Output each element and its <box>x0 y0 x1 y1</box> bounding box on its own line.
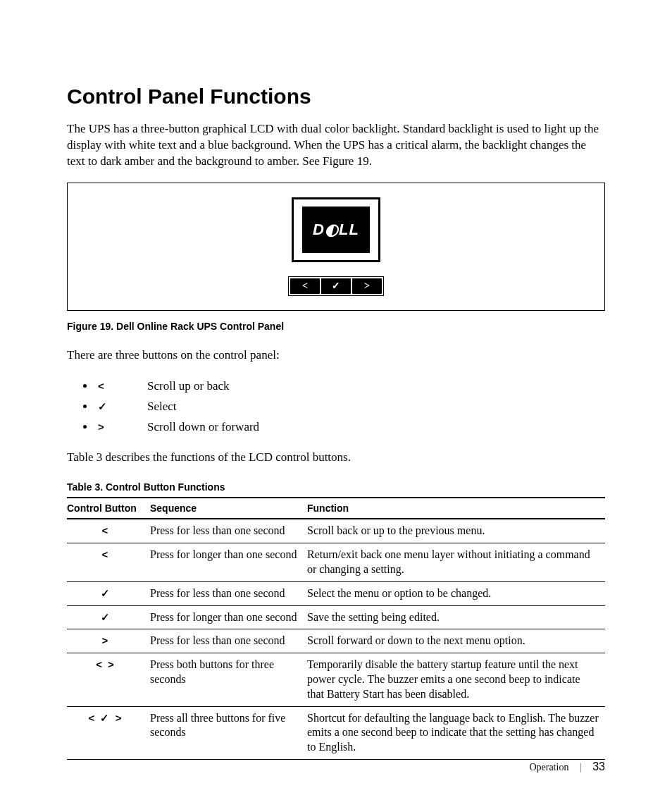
footer-page-number: 33 <box>592 760 605 772</box>
cell-sequence: Press for less than one second <box>150 629 307 653</box>
cell-function: Select the menu or option to be changed. <box>307 581 605 605</box>
figure-19-box: D◐LL < ✓ > <box>67 183 605 311</box>
cell-sequence: Press both buttons for three seconds <box>150 653 307 706</box>
lcd-frame: D◐LL <box>292 197 380 262</box>
col-header-button: Control Button <box>67 498 150 519</box>
list-item: >Scroll down or forward <box>95 417 605 438</box>
cell-function: Scroll forward or down to the next menu … <box>307 629 605 653</box>
list-item-label: Scroll up or back <box>147 379 230 393</box>
chevron-left-icon: < <box>98 377 147 395</box>
table-row: < Press for less than one second Scroll … <box>67 519 605 543</box>
table-row: ✓ Press for longer than one second Save … <box>67 605 605 629</box>
check-icon: ✓ <box>332 280 340 292</box>
lcd-button-bar: < ✓ > <box>288 276 384 296</box>
lcd-right-button: > <box>352 278 382 294</box>
cell-sequence: Press for less than one second <box>150 581 307 605</box>
section-heading: Control Panel Functions <box>67 85 605 109</box>
table-intro: Table 3 describes the functions of the L… <box>67 450 605 466</box>
cell-button-icon: < ✓ > <box>67 706 150 759</box>
table-row: > Press for less than one second Scroll … <box>67 629 605 653</box>
cell-function: Temporarily disable the battery startup … <box>307 653 605 706</box>
cell-sequence: Press for longer than one second <box>150 605 307 629</box>
cell-function: Scroll back or up to the previous menu. <box>307 519 605 543</box>
footer-separator: | <box>580 762 582 772</box>
lcd-left-button: < <box>290 278 320 294</box>
button-legend-list: <Scroll up or back ✓Select >Scroll down … <box>67 376 605 438</box>
chevron-right-icon: > <box>98 418 147 436</box>
footer-section: Operation <box>529 762 568 772</box>
cell-sequence: Press for less than one second <box>150 519 307 543</box>
cell-button-icon: ✓ <box>67 605 150 629</box>
document-page: Control Panel Functions The UPS has a th… <box>0 0 672 807</box>
table-caption: Table 3. Control Button Functions <box>67 481 605 493</box>
table-header-row: Control Button Sequence Function <box>67 498 605 519</box>
figure-caption: Figure 19. Dell Online Rack UPS Control … <box>67 321 605 332</box>
cell-sequence: Press all three buttons for five seconds <box>150 706 307 759</box>
cell-button-icon: ✓ <box>67 581 150 605</box>
cell-button-icon: < > <box>67 653 150 706</box>
list-item-label: Select <box>147 400 177 413</box>
col-header-sequence: Sequence <box>150 498 307 519</box>
lcd-screen: D◐LL <box>302 207 370 253</box>
cell-button-icon: > <box>67 629 150 653</box>
cell-sequence: Press for longer than one second <box>150 543 307 582</box>
cell-function: Shortcut for defaulting the language bac… <box>307 706 605 759</box>
col-header-function: Function <box>307 498 605 519</box>
chevron-left-icon: < <box>302 281 308 292</box>
table-row: < > Press both buttons for three seconds… <box>67 653 605 706</box>
cell-button-icon: < <box>67 519 150 543</box>
table-row: ✓ Press for less than one second Select … <box>67 581 605 605</box>
control-button-functions-table: Control Button Sequence Function < Press… <box>67 497 605 760</box>
check-icon: ✓ <box>98 398 147 416</box>
cell-button-icon: < <box>67 543 150 582</box>
list-item: ✓Select <box>95 397 605 417</box>
chevron-right-icon: > <box>364 281 370 292</box>
table-row: < ✓ > Press all three buttons for five s… <box>67 706 605 759</box>
cell-function: Save the setting being edited. <box>307 605 605 629</box>
buttons-intro: There are three buttons on the control p… <box>67 347 605 364</box>
dell-logo-text: D◐LL <box>313 221 359 239</box>
page-footer: Operation | 33 <box>529 760 605 773</box>
table-row: < Press for longer than one second Retur… <box>67 543 605 582</box>
list-item: <Scroll up or back <box>95 376 605 397</box>
list-item-label: Scroll down or forward <box>147 420 259 433</box>
intro-paragraph: The UPS has a three-button graphical LCD… <box>67 121 605 170</box>
lcd-select-button: ✓ <box>321 278 351 294</box>
cell-function: Return/exit back one menu layer without … <box>307 543 605 582</box>
